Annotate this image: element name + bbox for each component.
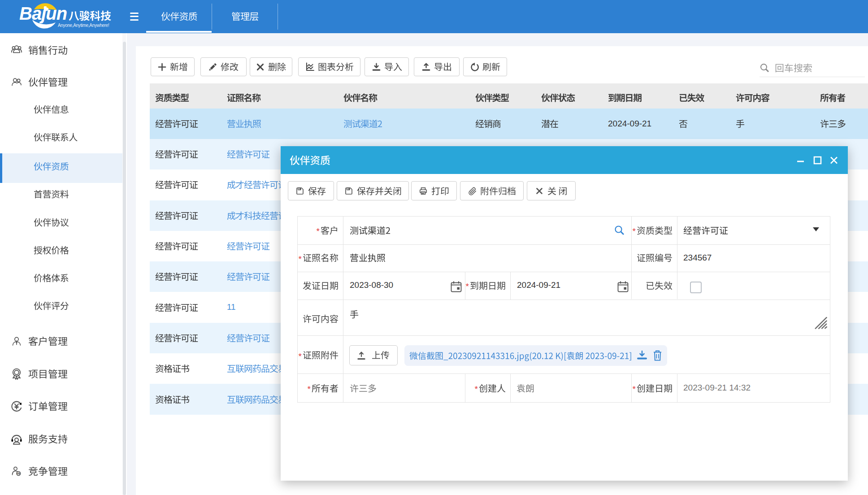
svg-text:VS: VS bbox=[17, 472, 20, 475]
